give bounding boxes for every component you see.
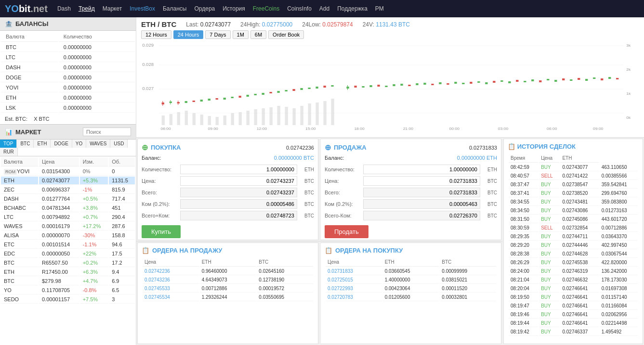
market-row[interactable]: ROMYOVI 0.03154300 0% 0 (1, 167, 135, 176)
buy-order-row: 0.027207830.012056000.00032801 (326, 294, 496, 301)
market-row[interactable]: DASH 0.01277764 +0.5% 717.4 (1, 195, 135, 203)
sell-price-input[interactable] (363, 176, 480, 186)
history-price: 0.02732854 (560, 224, 598, 232)
btn-orderbook[interactable]: Order Book (268, 30, 304, 39)
nav-orders[interactable]: Ордера (194, 5, 215, 12)
nav-coinsinfo[interactable]: CoinsInfo (287, 5, 312, 12)
svg-rect-37 (193, 101, 195, 102)
btn-6m[interactable]: 6M (250, 30, 266, 39)
sell-price-unit: BTC (480, 179, 497, 184)
history-price: 0.02745086 (560, 216, 598, 223)
history-price: 0.02746641 (560, 302, 598, 310)
sell-total-unit: BTC (480, 190, 497, 195)
market-row-price: 0.00016179 (39, 222, 79, 230)
coin-tab-usd[interactable]: USD (110, 140, 128, 148)
nav-balances[interactable]: Балансы (163, 5, 186, 12)
market-row-vol: 9.4 (109, 268, 135, 276)
market-row[interactable]: BCHABC 0.04781344 +3.8% 451 (1, 204, 135, 212)
history-time: 08:31:50 (509, 216, 538, 223)
svg-text:21:00: 21:00 (403, 127, 414, 131)
nav-add[interactable]: Add (319, 5, 329, 12)
sell-orders-table: Цена ETH BTC 0.027422360.964600000.02645… (142, 257, 314, 302)
market-row-currency: SEDO (1, 295, 38, 304)
nav-trade[interactable]: Трейд (79, 5, 95, 12)
buy-orders-panel: 📋 ОРДЕРА НА ПОКУПКУ Цена ETH BTC (320, 243, 501, 344)
nav-market[interactable]: Маркет (103, 5, 122, 12)
market-row-currency: DASH (1, 195, 38, 203)
sell-price-label: Цена: (325, 178, 363, 184)
market-search-input[interactable] (83, 128, 131, 136)
market-row[interactable]: ZEC 0.00696337 -1% 815.9 (1, 186, 135, 194)
market-row[interactable]: EDC 0.00000050 +22% 17.5 (1, 250, 135, 258)
sell-grand-unit: BTC (480, 213, 497, 218)
sell-button[interactable]: Продать (325, 225, 368, 238)
buy-orders-title-text: ОРДЕРА НА ПОКУПКУ (335, 247, 403, 254)
market-row-currency: ETH (1, 268, 38, 276)
history-eth: 136.242000 (600, 268, 638, 275)
sell-order-price: 0.02745534 (143, 294, 199, 301)
btn-1m[interactable]: 1M (233, 30, 249, 39)
svg-rect-7 (162, 115, 165, 125)
svg-text:18:00: 18:00 (354, 127, 365, 131)
market-row[interactable]: WAVES 0.00016179 +17.2% 287.6 (1, 222, 135, 230)
history-eth: 0.01157140 (600, 294, 638, 301)
history-row: 08:19:47BUY0.027466410.01166084 (509, 302, 638, 310)
nav-history[interactable]: История (223, 5, 245, 12)
svg-rect-45 (254, 94, 257, 95)
buy-price-input[interactable] (180, 176, 297, 186)
coin-tab-rur[interactable]: RUR (0, 148, 18, 156)
svg-rect-81 (531, 79, 534, 81)
btn-7d[interactable]: 7 Days (205, 30, 230, 39)
coin-tab-yo[interactable]: YO (72, 140, 86, 148)
market-row[interactable]: ETH R17450.00 +6.3% 9.4 (1, 268, 135, 276)
buy-grand-input (180, 211, 297, 220)
coin-tab-btc[interactable]: BTC (17, 140, 34, 148)
balance-amount: 0.00000000 (59, 63, 135, 72)
svg-rect-50 (292, 89, 295, 91)
market-row[interactable]: SEDO 0.00001157 +7.5% 3 (1, 295, 135, 304)
market-row-price: R17450.00 (39, 268, 79, 276)
sidebar: 🏦 БАЛАНСЫ Валюта Количество BTC0.0000000… (0, 17, 136, 345)
svg-rect-51 (300, 88, 302, 90)
history-price: 0.02746337 (560, 328, 598, 336)
market-row[interactable]: BTC R65507.50 +0.2% 17.2 (1, 259, 135, 267)
sell-qty-input[interactable] (363, 165, 480, 174)
nav-freecoins[interactable]: FreeCoins (253, 5, 279, 12)
history-col-price: ETH (560, 154, 598, 163)
sell-grand-row: Всего-Ком: BTC (325, 211, 497, 220)
svg-rect-27 (315, 102, 318, 125)
nav-pm[interactable]: PM (375, 5, 384, 12)
btn-12h[interactable]: 12 Hours (141, 30, 171, 39)
buy-fee-unit: BTC (297, 202, 314, 207)
svg-rect-67 (423, 83, 426, 85)
btn-24h[interactable]: 24 Hours (173, 30, 204, 39)
nav-investbox[interactable]: InvestBox (130, 5, 155, 12)
balance-row: LSK0.00000000 (1, 103, 135, 113)
market-row[interactable]: ALISA 0.00000070 -30% 158.8 (1, 231, 135, 240)
nav-dash[interactable]: Dash (57, 5, 71, 12)
coin-tab-doge[interactable]: DOGE (51, 140, 72, 148)
coin-tab-eth[interactable]: ETH (34, 140, 51, 148)
svg-rect-21 (269, 107, 272, 125)
chart-section: ETH / BTC Last: 0.02743077 24High: 0.027… (136, 17, 644, 138)
market-row[interactable]: LTC 0.00794892 +0.7% 290.4 (1, 213, 135, 221)
history-time: 08:24:00 (509, 268, 538, 275)
sell-orders-title: 📋 ОРДЕРА НА ПРОДАЖУ (142, 247, 314, 254)
market-row[interactable]: ETC 0.00101514 -1.1% 94.6 (1, 241, 135, 249)
history-row: 08:28:38BUY0.027446280.03067544 (509, 250, 638, 258)
market-row[interactable]: ETH 0.02743077 +5.3% 1131.5 (1, 177, 135, 185)
coin-tab-waves[interactable]: WAVES (86, 140, 110, 148)
sell-grand-label: Всего-Ком: (325, 213, 363, 218)
market-row[interactable]: YO 0.11708705 -0.8% 6.5 (1, 286, 135, 294)
market-row-currency: BTC (1, 259, 38, 267)
buy-qty-input[interactable] (180, 165, 297, 174)
svg-rect-73 (470, 82, 472, 84)
coin-tab-top[interactable]: TOP (0, 140, 17, 148)
buy-button[interactable]: Купить (142, 225, 181, 238)
market-row-vol: 1131.5 (109, 177, 135, 185)
svg-rect-90 (601, 78, 603, 80)
svg-rect-54 (323, 86, 326, 88)
history-time: 08:29:20 (509, 242, 538, 249)
market-row[interactable]: BTC $279.98 +4.7% 6.9 (1, 277, 135, 285)
nav-support[interactable]: Поддержка (337, 5, 368, 12)
